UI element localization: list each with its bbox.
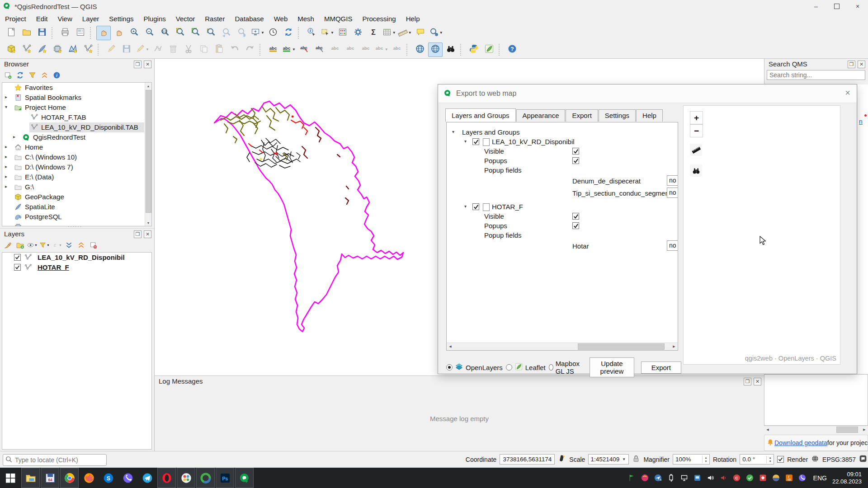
preview-measure-icon[interactable] <box>690 144 702 156</box>
undo-button[interactable] <box>227 42 242 57</box>
show-statistical-summary-button[interactable]: Σ <box>366 26 381 40</box>
dropdown-arrow-icon[interactable]: ▼ <box>146 47 149 52</box>
expander-icon[interactable]: ▾ <box>464 204 467 209</box>
cut-features-button[interactable] <box>181 42 196 57</box>
minimize-button[interactable]: – <box>806 0 826 13</box>
tree-row-visible[interactable]: Visible <box>447 147 678 156</box>
expander-icon[interactable]: ▾ <box>452 129 454 134</box>
scale-combo[interactable]: 1:4521409▼ <box>588 454 629 465</box>
dialog-title-bar[interactable]: Export to web map × <box>438 84 857 103</box>
move-label-button[interactable]: abc <box>328 42 342 57</box>
tray-java-update-icon[interactable] <box>783 472 795 483</box>
zoom-full-button[interactable] <box>173 26 188 40</box>
taskbar-photoshop[interactable]: Ps <box>216 468 234 488</box>
zoom-to-layer-button[interactable] <box>204 26 218 40</box>
new-print-layout-button[interactable] <box>58 26 72 40</box>
filter-by-expression-button[interactable]: ε▼ <box>51 239 62 250</box>
browser-item-favorites[interactable]: Favorites <box>2 83 151 93</box>
filter-legend-button[interactable]: ▼ <box>39 239 50 250</box>
web-map-preview[interactable]: + − qgis2web · OpenLayers · QGIS <box>683 105 840 365</box>
collapse-all-button[interactable] <box>39 70 50 80</box>
tray-volume-icon[interactable] <box>705 472 716 483</box>
zoom-last-button[interactable] <box>219 26 234 40</box>
engine-option-openlayers[interactable]: OpenLayers <box>446 362 503 372</box>
expander-icon[interactable]: ▸ <box>5 164 7 169</box>
map-tips-button[interactable] <box>413 26 428 40</box>
tab-export[interactable]: Export <box>566 109 598 122</box>
browser-item-lea-10-kv-rd-disponibil-tab[interactable]: LEA_10_kV_RD_Disponibil.TAB <box>2 122 151 132</box>
open-project-button[interactable] <box>19 26 34 40</box>
tree-row-popup-fields[interactable]: Popup fields <box>447 166 678 175</box>
lock-scale-icon[interactable] <box>632 455 640 464</box>
browser-item-hotar-f-tab[interactable]: HOTAR_F.TAB <box>2 113 151 122</box>
open-field-calculator-button[interactable] <box>335 26 350 40</box>
browser-item-geopackage[interactable]: GeoPackage <box>2 192 151 202</box>
map-options-button[interactable]: ▼ <box>429 26 443 40</box>
browser-item-qgisrednordtest[interactable]: ▸QgisRednordTest <box>2 132 151 142</box>
refresh-map-button[interactable] <box>281 26 296 40</box>
menu-plugins[interactable]: Plugins <box>139 14 171 24</box>
expand-all-button[interactable] <box>63 239 74 250</box>
python-console-button[interactable] <box>467 42 481 57</box>
dropdown-arrow-icon[interactable]: ▼ <box>292 47 296 52</box>
radio-icon[interactable] <box>549 364 553 371</box>
layers-close-button[interactable]: ✕ <box>144 230 151 238</box>
tree-row-tip-si-sectiun-conduc-segment[interactable]: Tip_si_sectiun_conduc_segmentno <box>447 188 678 200</box>
scroll-left-icon[interactable]: ◀ <box>764 426 771 433</box>
tab-settings[interactable]: Settings <box>599 109 636 122</box>
zoom-to-selection-button[interactable] <box>189 26 203 40</box>
layer-checkbox[interactable] <box>472 138 479 145</box>
scroll-up-icon[interactable]: ▲ <box>145 83 151 89</box>
menu-help[interactable]: Help <box>401 14 425 24</box>
temporal-controller-button[interactable] <box>266 26 280 40</box>
tab-layers-and-groups[interactable]: Layers and Groups <box>445 108 516 122</box>
browser-item-postgresql[interactable]: PostgreSQL <box>2 212 151 222</box>
menu-settings[interactable]: Settings <box>104 14 138 24</box>
pan-map-button[interactable] <box>96 26 111 40</box>
download-geodata-link[interactable]: Download geodata <box>774 439 827 446</box>
engine-option-leaflet[interactable]: Leaflet <box>506 362 546 372</box>
scroll-right-icon[interactable]: ▶ <box>670 343 678 350</box>
field-popup-combo[interactable]: no <box>667 240 678 251</box>
dialog-close-icon[interactable]: × <box>845 88 850 97</box>
tray-volume-alt-icon[interactable] <box>718 472 729 483</box>
radio-icon[interactable] <box>506 364 512 371</box>
log-float-button[interactable]: ❐ <box>744 378 751 385</box>
engine-option-mapbox-gl-js[interactable]: Mapbox GL JS <box>549 360 585 375</box>
collapse-all-layers-button[interactable] <box>75 239 86 250</box>
taskbar-dosbox-64[interactable]: 64 <box>41 468 59 488</box>
browser-item-home[interactable]: ▸Home <box>2 142 151 152</box>
browser-scrollbar[interactable]: ▲ ▼ <box>145 83 151 226</box>
qms-close-button[interactable]: ✕ <box>858 61 865 68</box>
open-layer-styling-button[interactable] <box>2 239 13 250</box>
layer-item-hotar_f[interactable]: HOTAR_F <box>2 263 151 272</box>
taskbar-start-button[interactable] <box>0 468 21 488</box>
visible-checkbox[interactable] <box>572 213 579 220</box>
browser-item-project-home[interactable]: ▾Project Home <box>2 103 151 113</box>
rotation-spin[interactable]: 0.0 °▲▼ <box>740 454 774 465</box>
identify-features-button[interactable]: i <box>304 26 319 40</box>
field-popup-combo[interactable]: no <box>667 175 678 186</box>
tray-antivirus-check-icon[interactable] <box>744 472 755 483</box>
maximize-button[interactable] <box>826 0 847 13</box>
new-map-view-button[interactable]: +▼ <box>250 26 265 40</box>
browser-item-d-windows-7-[interactable]: ▸D:\ (Windows 7) <box>2 162 151 172</box>
expander-icon[interactable]: ▸ <box>5 94 7 99</box>
zoom-to-native-resolution-button[interactable]: 1:1 <box>158 26 172 40</box>
highlight-pinned-labels-button[interactable]: abc <box>312 42 327 57</box>
menu-web[interactable]: Web <box>269 14 293 24</box>
taskbar-file-explorer[interactable] <box>21 468 40 488</box>
render-checkbox[interactable] <box>777 456 784 463</box>
coordinate-input[interactable]: 3738166,5631174 <box>500 454 555 465</box>
log-close-button[interactable]: ✕ <box>754 378 761 385</box>
tree-row-hotar-f[interactable]: ▾HOTAR_F <box>447 202 678 212</box>
digitizing-tools-button[interactable]: ▼ <box>135 42 150 57</box>
tray-green-flag-icon[interactable] <box>626 472 637 483</box>
qms-float-button[interactable]: ❐ <box>848 61 855 68</box>
tree-row-layers-and-groups[interactable]: ▾Layers and Groups <box>447 128 678 137</box>
qms-clipped-link[interactable]: n <box>859 118 863 125</box>
select-features-button[interactable]: ▼ <box>320 26 335 40</box>
tray-sphere-app-icon[interactable] <box>770 472 782 483</box>
taskbar-anaconda[interactable] <box>196 468 215 488</box>
browser-item-e-data-[interactable]: ▸E:\ (Data) <box>2 172 151 182</box>
